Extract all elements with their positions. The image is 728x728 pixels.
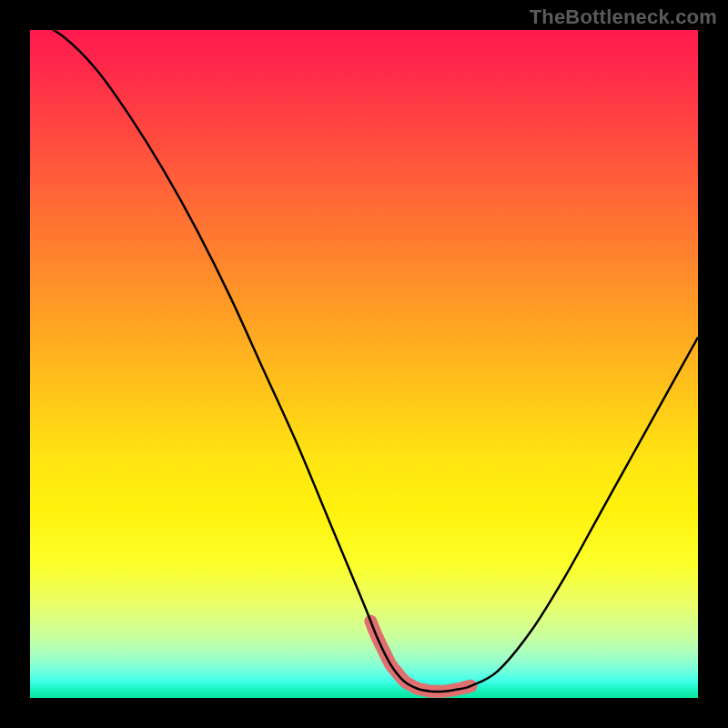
chart-container: TheBottleneck.com bbox=[0, 0, 728, 728]
bottleneck-curve bbox=[30, 30, 698, 692]
plot-area bbox=[30, 30, 698, 698]
watermark-text: TheBottleneck.com bbox=[530, 5, 717, 29]
curve-svg bbox=[30, 30, 698, 698]
